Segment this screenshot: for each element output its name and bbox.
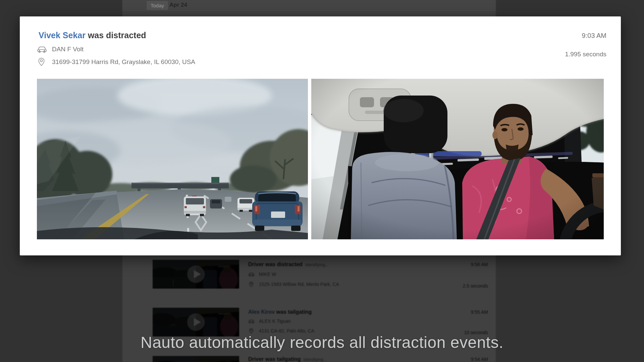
driver-name-link[interactable]: Vivek Sekar bbox=[39, 31, 86, 40]
dark-car bbox=[210, 199, 222, 208]
dual-camera-view bbox=[37, 79, 604, 239]
event-detail-modal: Vivek Sekar was distracted 9:03 AM 1.995… bbox=[20, 16, 621, 255]
today-button[interactable]: Today bbox=[147, 1, 168, 10]
modal-title: Vivek Sekar was distracted bbox=[39, 31, 146, 40]
car-icon bbox=[37, 45, 47, 53]
modal-event-text: was distracted bbox=[86, 31, 146, 40]
white-car-right bbox=[237, 198, 254, 212]
app-root: Driver was distractedIdentifying... 9:58… bbox=[0, 0, 644, 362]
van-ahead bbox=[184, 196, 206, 216]
modal-location-row: 31699-31799 Harris Rd, Grayslake, IL 600… bbox=[38, 57, 195, 66]
road-camera-frame[interactable] bbox=[37, 79, 308, 239]
modal-event-duration: 1.995 seconds bbox=[565, 51, 606, 57]
video-caption: Nauto automatically records all distract… bbox=[0, 334, 644, 352]
modal-event-time: 9:03 AM bbox=[582, 32, 606, 39]
blue-mini-cooper bbox=[252, 191, 303, 231]
modal-vehicle-label: DAN F Volt bbox=[52, 46, 84, 52]
modal-vehicle-row: DAN F Volt bbox=[37, 45, 84, 53]
date-header-strip: Today Apr 24 bbox=[0, 0, 644, 11]
location-pin-icon bbox=[38, 57, 45, 66]
modal-location-label: 31699-31799 Harris Rd, Grayslake, IL 600… bbox=[52, 59, 195, 65]
driver-camera-frame[interactable] bbox=[311, 79, 604, 239]
date-label: Apr 24 bbox=[169, 2, 187, 8]
